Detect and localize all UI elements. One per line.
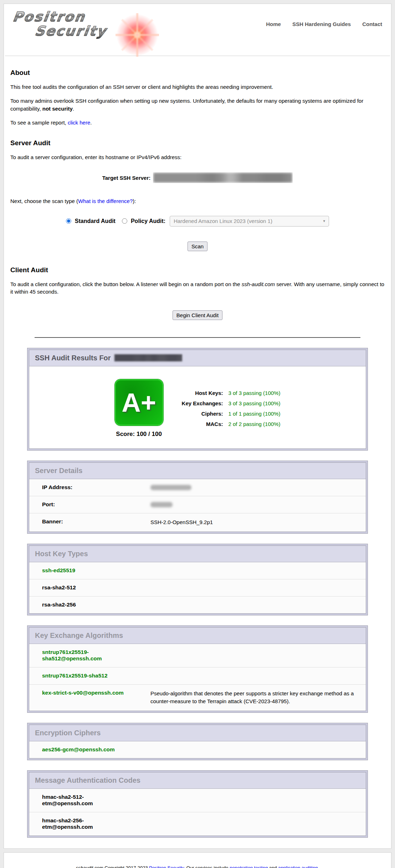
redacted-ip-address (150, 485, 191, 490)
table-row: sntrup761x25519-sha512@openssh.com (29, 644, 366, 668)
footer-site-name: sshaudit.com (76, 865, 103, 868)
scan-type-end: ): (133, 198, 136, 204)
logo-line-2: Security (34, 23, 108, 39)
algorithm-name: hmac-sha2-512-etm@openssh.com (29, 789, 150, 812)
penetration-testing-link[interactable]: penetration testing (230, 865, 268, 868)
table-row: hmac-sha2-512-etm@openssh.com (29, 789, 366, 812)
host-key-types-heading: Host Key Types (29, 546, 366, 562)
stat-label: Host Keys: (182, 390, 223, 396)
audit-results-heading-text: SSH Audit Results For (35, 354, 111, 362)
score-label: Score: 100 / 100 (115, 431, 163, 438)
standard-audit-radio[interactable] (66, 218, 71, 224)
policy-audit-radio[interactable] (122, 218, 127, 224)
about-p3-end: . (90, 120, 92, 126)
server-details-section: Server Details IP Address: Port: Banner:… (27, 461, 368, 534)
grade-badge: A+ (115, 379, 163, 426)
stat-value: 1 of 1 passing (100%) (228, 411, 280, 417)
algorithm-note (150, 668, 366, 685)
about-p2-bold: not security (42, 106, 73, 112)
algorithm-name: kex-strict-s-v00@openssh.com (29, 685, 150, 711)
server-details-table: IP Address: Port: Banner: SSH-2.0-OpenSS… (29, 479, 366, 532)
main-content-card: Positron Security Home SSH Hardening Gui… (4, 4, 391, 849)
scan-button-row: Scan (10, 242, 385, 251)
footer-text: . (318, 865, 319, 868)
key-exchange-section: Key Exchange Algorithms sntrup761x25519-… (27, 625, 368, 713)
application-auditing-link[interactable]: application auditing (278, 865, 318, 868)
redacted-port (150, 502, 173, 507)
host-key-types-section: Host Key Types ssh-ed25519 rsa-sha2-512 … (27, 544, 368, 615)
detail-value (150, 496, 366, 513)
server-details-heading: Server Details (29, 463, 366, 479)
about-paragraph-2: Too many admins overlook SSH configurati… (10, 97, 385, 112)
table-row: IP Address: (29, 479, 366, 496)
host-key-types-table: ssh-ed25519 rsa-sha2-512 rsa-sha2-256 (29, 562, 366, 613)
stat-value: 3 of 3 passing (100%) (228, 390, 280, 396)
encryption-ciphers-heading: Encryption Ciphers (29, 725, 366, 741)
positron-security-logo[interactable]: Positron Security (13, 9, 148, 52)
server-audit-intro: To audit a server configuration, enter i… (10, 153, 385, 161)
table-row: rsa-sha2-256 (29, 597, 366, 614)
policy-selected-option: Hardened Amazon Linux 2023 (version 1) (174, 218, 272, 224)
audit-results-section: SSH Audit Results For A+ Score: 100 / 10… (27, 348, 368, 451)
table-row: Banner: SSH-2.0-OpenSSH_9.2p1 (29, 513, 366, 532)
grade-column: A+ Score: 100 / 100 (115, 379, 163, 438)
algorithm-name: hmac-sha2-256-etm@openssh.com (29, 812, 150, 836)
about-paragraph-3: To see a sample report, click here. (10, 119, 385, 126)
footer-text: and (268, 865, 278, 868)
nav-ssh-hardening-guides[interactable]: SSH Hardening Guides (292, 21, 351, 27)
algorithm-name: aes256-gcm@openssh.com (29, 741, 150, 758)
chevron-down-icon: ▾ (323, 219, 325, 223)
key-exchange-table: sntrup761x25519-sha512@openssh.com sntru… (29, 644, 366, 711)
client-audit-button-row: Begin Client Audit (10, 310, 385, 320)
target-server-input[interactable] (153, 172, 293, 183)
stat-label: Key Exchanges: (182, 400, 223, 406)
about-heading: About (10, 69, 385, 77)
nav-contact[interactable]: Contact (362, 21, 382, 27)
client-audit-text: To audit a client configuration, click t… (10, 281, 242, 287)
detail-label: IP Address: (29, 479, 150, 496)
positron-security-link[interactable]: Positron Security (149, 865, 184, 868)
about-p3-text: To see a sample report, (10, 120, 68, 126)
policy-select[interactable]: Hardened Amazon Linux 2023 (version 1) ▾ (170, 216, 329, 227)
footer-line-1: sshaudit.com Copyright 2017-2023 Positro… (7, 865, 388, 868)
table-row: Port: (29, 496, 366, 513)
detail-value (150, 479, 366, 496)
algorithm-name: ssh-ed25519 (29, 562, 150, 579)
macs-heading: Message Authentication Codes (29, 772, 366, 789)
client-audit-domain: ssh-audit.com (242, 281, 275, 287)
nav-home[interactable]: Home (266, 21, 281, 27)
algorithm-note (150, 597, 366, 614)
stat-label: MACs: (182, 421, 223, 427)
algorithm-name: sntrup761x25519-sha512@openssh.com (29, 644, 150, 668)
macs-table: hmac-sha2-512-etm@openssh.com hmac-sha2-… (29, 789, 366, 836)
macs-section: Message Authentication Codes hmac-sha2-5… (27, 770, 368, 838)
starburst-icon (116, 13, 159, 57)
algorithm-note (150, 579, 366, 597)
algorithm-note (150, 562, 366, 579)
begin-client-audit-button[interactable]: Begin Client Audit (173, 310, 222, 320)
server-audit-heading: Server Audit (10, 139, 385, 147)
algorithm-note: Pseudo-algorithm that denotes the peer s… (150, 685, 366, 711)
table-row: hmac-sha2-256-etm@openssh.com (29, 812, 366, 836)
scan-button[interactable]: Scan (188, 242, 207, 251)
about-paragraph-1: This free tool audits the configuration … (10, 83, 385, 91)
stat-label: Ciphers: (182, 411, 223, 417)
algorithm-name: sntrup761x25519-sha512 (29, 668, 150, 685)
footer-text: Copyright 2017-2023 (103, 865, 149, 868)
scan-type-line: Next, choose the scan type (What is the … (10, 197, 385, 205)
table-row: ssh-ed25519 (29, 562, 366, 579)
client-audit-heading: Client Audit (10, 266, 385, 274)
algorithm-note (150, 644, 366, 668)
table-row: kex-strict-s-v00@openssh.comPseudo-algor… (29, 685, 366, 711)
results-stats: Host Keys: 3 of 3 passing (100%) Key Exc… (182, 390, 281, 427)
sample-report-link[interactable]: click here (68, 120, 90, 126)
audit-results-body: A+ Score: 100 / 100 Host Keys: 3 of 3 pa… (29, 366, 366, 448)
key-exchange-heading: Key Exchange Algorithms (29, 628, 366, 644)
about-p2-end: . (73, 106, 74, 112)
table-row: aes256-gcm@openssh.com (29, 741, 366, 758)
scan-type-difference-link[interactable]: What is the difference? (78, 198, 133, 204)
scan-type-options: Standard Audit Policy Audit: Hardened Am… (10, 216, 385, 227)
detail-label: Port: (29, 496, 150, 513)
table-row: rsa-sha2-512 (29, 579, 366, 597)
target-server-row: Target SSH Server: (10, 172, 385, 183)
